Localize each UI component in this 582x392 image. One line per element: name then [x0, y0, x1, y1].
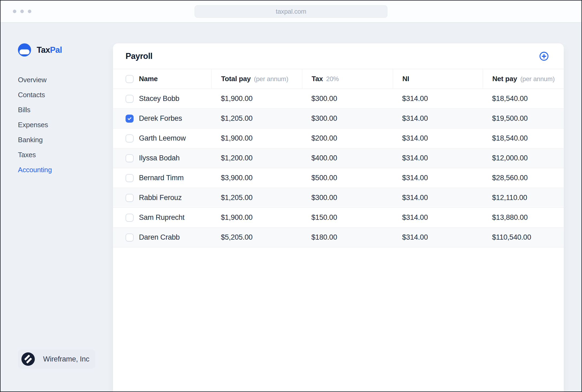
cell-name: Daren Crabb [113, 228, 211, 247]
cell-total-pay: $1,205.00 [211, 109, 302, 128]
organization-name: Wireframe, Inc [43, 355, 89, 363]
sidebar-nav-item-label: Accounting [18, 166, 52, 174]
cell-net-pay: $18,540.00 [483, 89, 564, 108]
sidebar-nav-item-label: Bills [18, 106, 31, 114]
table-body: Stacey Bobb $1,900.00 $300.00 $314.00 $1… [113, 89, 564, 247]
payroll-table: Name Total pay(per annum) Tax20% NI Net [113, 69, 564, 247]
employee-name: Sam Ruprecht [139, 213, 184, 222]
cell-name: Stacey Bobb [113, 89, 211, 108]
row-checkbox[interactable] [126, 115, 134, 123]
main-content: Payroll [113, 23, 581, 391]
cell-name: Ilyssa Bodah [113, 148, 211, 168]
table-header-row: Name Total pay(per annum) Tax20% NI Net [113, 69, 564, 89]
sidebar-nav-item[interactable]: Bills [18, 102, 113, 117]
row-checkbox[interactable] [126, 95, 134, 103]
sidebar-nav-item[interactable]: Taxes [18, 147, 113, 162]
plus-circle-icon [539, 51, 549, 61]
wireframe-logo-icon [21, 352, 35, 366]
table-row: Derek Forbes $1,205.00 $300.00 $314.00 $… [113, 109, 564, 129]
add-employee-button[interactable] [539, 51, 549, 61]
cell-tax: $400.00 [302, 148, 393, 168]
sidebar-nav-item-label: Taxes [18, 151, 36, 159]
brand[interactable]: TaxPal [18, 43, 113, 56]
row-checkbox[interactable] [126, 134, 134, 142]
cell-net-pay: $12,000.00 [483, 148, 564, 168]
payroll-card-header: Payroll [113, 43, 564, 69]
cell-tax: $300.00 [302, 109, 393, 128]
cell-net-pay: $28,560.00 [483, 168, 564, 188]
url-text: taxpal.com [276, 8, 306, 15]
table-row: Rabbi Ferouz $1,205.00 $300.00 $314.00 $… [113, 188, 564, 208]
cell-total-pay: $5,205.00 [211, 228, 302, 247]
table-row: Daren Crabb $5,205.00 $180.00 $314.00 $1… [113, 228, 564, 247]
sidebar-nav-item[interactable]: Accounting [18, 162, 113, 177]
browser-chrome: taxpal.com [1, 1, 581, 23]
employee-name: Garth Leemow [139, 134, 186, 142]
cell-tax: $300.00 [302, 188, 393, 208]
employee-name: Rabbi Ferouz [139, 194, 182, 202]
sidebar: TaxPal Overview Contacts Bills Expenses … [1, 23, 113, 391]
cell-total-pay: $3,900.00 [211, 168, 302, 188]
table-header-net-pay: Net pay(per annum) [483, 69, 564, 89]
employee-name: Ilyssa Bodah [139, 154, 180, 162]
payroll-card: Payroll [113, 43, 564, 391]
window-control-dot [13, 10, 16, 13]
organization-badge[interactable]: Wireframe, Inc [18, 349, 95, 369]
cell-ni: $314.00 [393, 188, 483, 208]
cell-total-pay: $1,900.00 [211, 89, 302, 108]
cell-ni: $314.00 [393, 109, 483, 128]
sidebar-nav-item[interactable]: Contacts [18, 87, 113, 102]
cell-tax: $180.00 [302, 228, 393, 247]
table-header-total-pay: Total pay(per annum) [211, 69, 302, 89]
taxpal-logo-icon [18, 43, 31, 56]
window-control-dot [28, 10, 31, 13]
cell-total-pay: $1,205.00 [211, 188, 302, 208]
window-control-dot [20, 10, 24, 13]
sidebar-nav-item-label: Overview [18, 76, 47, 84]
cell-tax: $300.00 [302, 89, 393, 108]
brand-name: TaxPal [37, 45, 62, 55]
cell-net-pay: $19,500.00 [483, 109, 564, 128]
checkmark-icon [127, 116, 132, 121]
cell-net-pay: $110,540.00 [483, 228, 564, 247]
cell-total-pay: $1,900.00 [211, 208, 302, 227]
cell-ni: $314.00 [393, 148, 483, 168]
cell-net-pay: $18,540.00 [483, 129, 564, 148]
row-checkbox[interactable] [126, 194, 134, 202]
row-checkbox[interactable] [126, 214, 134, 222]
cell-tax: $150.00 [302, 208, 393, 227]
cell-name: Derek Forbes [113, 109, 211, 128]
row-checkbox[interactable] [126, 233, 134, 242]
cell-name: Sam Ruprecht [113, 208, 211, 227]
table-row: Garth Leemow $1,900.00 $200.00 $314.00 $… [113, 129, 564, 148]
page-title: Payroll [126, 51, 153, 61]
window-control-dots [13, 10, 31, 13]
cell-tax: $200.00 [302, 129, 393, 148]
table-row: Sam Ruprecht $1,900.00 $150.00 $314.00 $… [113, 208, 564, 228]
cell-ni: $314.00 [393, 168, 483, 188]
cell-net-pay: $13,880.00 [483, 208, 564, 227]
table-row: Stacey Bobb $1,900.00 $300.00 $314.00 $1… [113, 89, 564, 109]
select-all-checkbox[interactable] [126, 75, 134, 83]
cell-name: Garth Leemow [113, 129, 211, 148]
sidebar-nav: Overview Contacts Bills Expenses Banking… [18, 72, 113, 177]
table-header-name: Name [113, 69, 211, 89]
sidebar-nav-item[interactable]: Expenses [18, 117, 113, 132]
row-checkbox[interactable] [126, 154, 134, 162]
employee-name: Daren Crabb [139, 233, 180, 242]
sidebar-nav-item[interactable]: Banking [18, 132, 113, 147]
cell-ni: $314.00 [393, 228, 483, 247]
employee-name: Derek Forbes [139, 114, 182, 123]
sidebar-nav-item-label: Banking [18, 136, 43, 144]
employee-name: Stacey Bobb [139, 95, 179, 103]
sidebar-nav-item-label: Contacts [18, 91, 45, 99]
cell-name: Bernard Timm [113, 168, 211, 188]
cell-net-pay: $12,110.00 [483, 188, 564, 208]
cell-ni: $314.00 [393, 129, 483, 148]
browser-address-bar[interactable]: taxpal.com [195, 5, 387, 18]
cell-total-pay: $1,200.00 [211, 148, 302, 168]
sidebar-nav-item[interactable]: Overview [18, 72, 113, 87]
table-header-tax: Tax20% [302, 69, 393, 89]
cell-tax: $500.00 [302, 168, 393, 188]
row-checkbox[interactable] [126, 174, 134, 182]
